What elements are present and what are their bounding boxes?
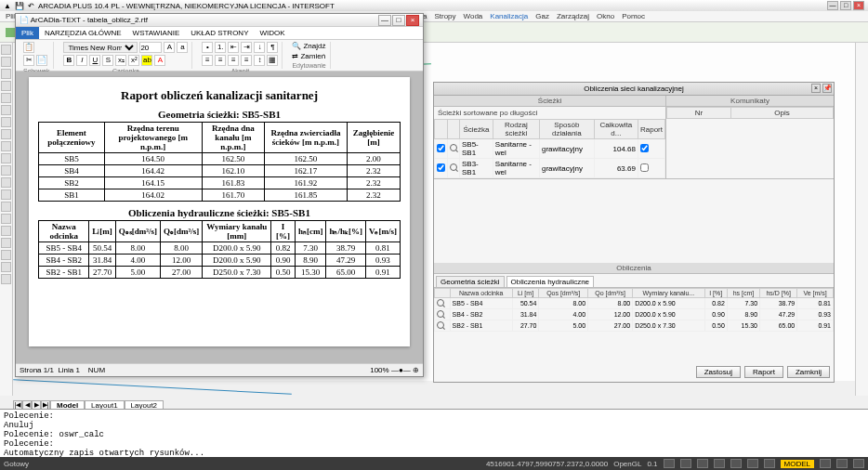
tool-button[interactable] (1, 105, 11, 115)
align-justify[interactable]: ≡ (241, 55, 252, 66)
grid-button[interactable] (680, 459, 691, 468)
word-tab-insert[interactable]: WSTAWIANIE (127, 27, 186, 39)
marks-button[interactable]: ¶ (267, 42, 278, 53)
report-checkbox[interactable] (640, 144, 649, 152)
menu-item[interactable]: Okno (597, 12, 614, 20)
maximize-button[interactable]: □ (840, 1, 851, 10)
tab-hydraulic[interactable]: Obliczenia hydrauliczne (506, 276, 595, 287)
panel-close-button[interactable]: × (811, 84, 821, 93)
tool-button[interactable] (1, 81, 11, 91)
word-tab-view[interactable]: WIDOK (254, 27, 290, 39)
sb-button[interactable] (853, 459, 864, 468)
profile-icon[interactable] (6, 28, 15, 37)
table-row[interactable]: SB5 - SB450.548.008.00D200.0 x 5.900.827… (435, 298, 834, 309)
report-checkbox[interactable] (640, 163, 649, 172)
word-tab-home[interactable]: NARZĘDZIA GŁÓWNE (39, 27, 127, 39)
menu-item[interactable]: Pomoc (622, 12, 645, 20)
bullets-button[interactable]: • (202, 42, 213, 53)
shrink-font[interactable]: a (177, 42, 188, 53)
menu-item[interactable]: Zarządzaj (557, 12, 589, 20)
tool-button[interactable] (1, 93, 11, 103)
ortho-button[interactable] (697, 459, 708, 468)
tool-button[interactable] (1, 153, 11, 163)
sup-button[interactable]: x² (128, 55, 139, 66)
qat-save[interactable]: 💾 (15, 2, 24, 10)
zoom-icon[interactable] (450, 144, 457, 151)
table-row[interactable]: SB3-SB1Sanitarne - welgrawitacyjny63.69 (435, 159, 665, 178)
sub-button[interactable]: x₂ (115, 55, 126, 66)
apply-button[interactable]: Zastosuj (696, 366, 741, 378)
highlight-button[interactable]: ab (141, 55, 152, 66)
cut-button[interactable]: ✂ (23, 55, 34, 66)
underline-button[interactable]: U (89, 55, 100, 66)
tool-button[interactable] (1, 141, 11, 151)
tab-geometry[interactable]: Geometria ścieżki (436, 276, 505, 287)
word-min-button[interactable]: — (378, 15, 391, 26)
tool-button[interactable] (1, 214, 11, 224)
row-checkbox[interactable] (437, 163, 445, 172)
qat-undo[interactable]: ↶ (28, 2, 34, 10)
menu-item[interactable]: Gaz (535, 12, 549, 20)
word-tab-layout[interactable]: UKŁAD STRONY (185, 27, 254, 39)
tool-button[interactable] (1, 45, 11, 55)
tool-button[interactable] (1, 69, 11, 79)
word-close-button[interactable]: × (406, 15, 419, 26)
panel-pin-button[interactable]: 📌 (822, 84, 832, 93)
tool-button[interactable] (1, 129, 11, 139)
align-left[interactable]: ≡ (202, 55, 213, 66)
zoom-icon[interactable] (450, 163, 457, 171)
zoom-slider[interactable]: —●— (391, 366, 411, 374)
copy-button[interactable]: 📄 (36, 55, 47, 66)
numbering-button[interactable]: 1. (215, 42, 226, 53)
paste-button[interactable]: 📋 (23, 42, 34, 53)
table-row[interactable]: SB2 - SB127.705.0027.00D250.0 x 7.300.50… (435, 320, 834, 332)
tool-button[interactable] (1, 202, 11, 212)
zoom-icon[interactable] (437, 321, 444, 329)
snap-button[interactable] (664, 459, 675, 468)
tool-button[interactable] (1, 274, 11, 284)
model-indicator[interactable]: MODEL (781, 460, 814, 468)
grow-font[interactable]: A (164, 42, 175, 53)
table-row[interactable]: SB4 - SB231.844.0012.00D200.0 x 5.900.90… (435, 309, 834, 320)
menu-item[interactable]: Kanalizacja (490, 12, 528, 20)
sb-button[interactable] (820, 459, 831, 468)
sb-button[interactable] (836, 459, 848, 468)
spacing-button[interactable]: ↕ (254, 55, 265, 66)
replace-button[interactable]: Zamień (300, 52, 325, 60)
lwt-button[interactable] (764, 459, 775, 468)
tool-button[interactable] (1, 238, 11, 248)
strike-button[interactable]: S (102, 55, 113, 66)
row-checkbox[interactable] (437, 144, 445, 152)
tool-button[interactable] (1, 117, 11, 127)
close-button[interactable]: × (853, 1, 864, 10)
table-row[interactable]: SB5-SB1Sanitarne - welgrawitacyjny104.68 (435, 139, 665, 159)
report-button[interactable]: Raport (744, 366, 783, 378)
align-center[interactable]: ≡ (215, 55, 226, 66)
bold-button[interactable]: B (63, 55, 74, 66)
tool-button[interactable] (1, 189, 11, 200)
font-size[interactable] (139, 42, 162, 53)
polar-button[interactable] (714, 459, 725, 468)
tool-button[interactable] (1, 165, 11, 176)
document-area[interactable]: Raport obliczeń kanalizacji sanitarnej G… (16, 72, 423, 363)
sort-button[interactable]: ↓ (254, 42, 265, 53)
menu-item[interactable]: Stropy (434, 12, 455, 20)
zoom-icon[interactable] (437, 310, 444, 318)
word-max-button[interactable]: □ (392, 15, 405, 26)
tool-button[interactable] (1, 226, 11, 236)
font-select[interactable]: Times New Roman (63, 42, 138, 53)
outdent-button[interactable]: ⇤ (228, 42, 239, 53)
tool-button[interactable] (1, 57, 11, 67)
fontcolor-button[interactable]: A (154, 55, 165, 66)
tool-button[interactable] (1, 250, 11, 260)
italic-button[interactable]: I (76, 55, 87, 66)
menu-item[interactable]: Woda (464, 12, 483, 20)
osnap-button[interactable] (730, 459, 742, 468)
zoom-icon[interactable] (437, 299, 444, 307)
align-right[interactable]: ≡ (228, 55, 239, 66)
indent-button[interactable]: ⇥ (241, 42, 252, 53)
find-button[interactable]: Znajdź (303, 42, 325, 50)
shading-button[interactable]: ▦ (267, 55, 278, 66)
tool-button[interactable] (1, 177, 11, 188)
otrack-button[interactable] (747, 459, 758, 468)
